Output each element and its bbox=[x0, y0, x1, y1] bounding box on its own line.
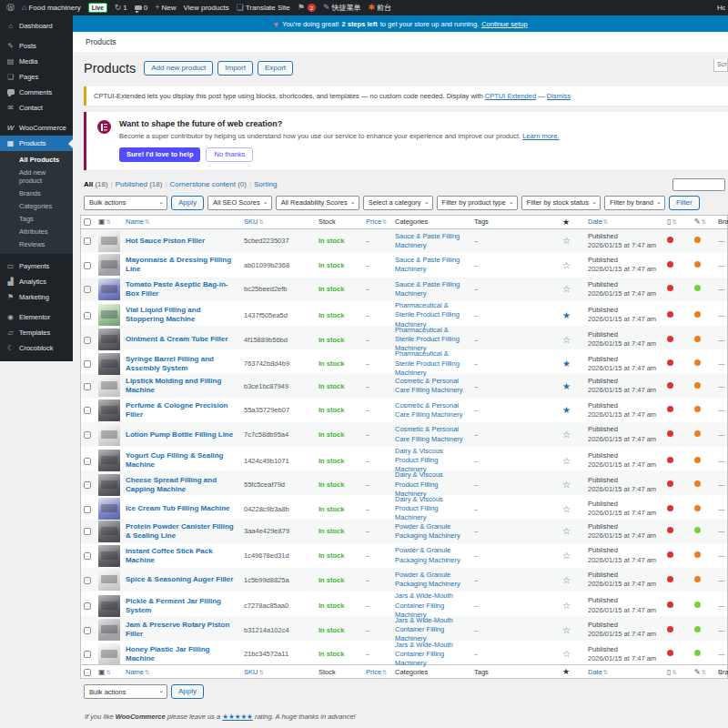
image-column-header[interactable]: ▣⇅ bbox=[98, 217, 126, 226]
five-stars-link[interactable]: ★★★★★ bbox=[222, 713, 253, 721]
apply-button[interactable]: Apply bbox=[171, 196, 204, 210]
frontend[interactable]: ✱前台 bbox=[364, 0, 395, 15]
row-checkbox[interactable] bbox=[84, 602, 91, 610]
sort-by-price[interactable]: Price⇅ bbox=[366, 217, 395, 226]
row-checkbox[interactable] bbox=[84, 431, 91, 439]
featured-star-toggle[interactable]: ☆ bbox=[562, 551, 588, 561]
select-all-checkbox[interactable] bbox=[84, 669, 91, 676]
product-name-link[interactable]: Ointment & Cream Tube Filler bbox=[126, 335, 244, 344]
product-thumbnail[interactable] bbox=[98, 230, 120, 252]
import-button[interactable]: Import bbox=[217, 61, 253, 76]
product-name-link[interactable]: Vial Liquid Filling and Stoppering Machi… bbox=[126, 306, 244, 324]
howdy-label[interactable]: Howdy, bbox=[717, 4, 725, 12]
view-products[interactable]: View products bbox=[180, 0, 233, 15]
featured-star-toggle[interactable]: ☆ bbox=[562, 625, 588, 635]
sidebar-item-woocommerce[interactable]: WWooCommerce bbox=[0, 120, 73, 136]
sidebar-item-crocoblock[interactable]: ☾Crocoblock bbox=[0, 340, 73, 356]
featured-star-toggle[interactable]: ★ bbox=[562, 359, 588, 369]
featured-star-toggle[interactable]: ★ bbox=[562, 381, 588, 391]
sidebar-item-payments[interactable]: ▭Payments bbox=[0, 258, 73, 274]
featured-star-toggle[interactable]: ★ bbox=[562, 405, 588, 415]
sidebar-item-dashboard[interactable]: ⌂Dashboard bbox=[0, 18, 73, 34]
category-link[interactable]: Cosmetic & Personal Care Filling Machine… bbox=[395, 377, 474, 395]
bulk-actions-select[interactable]: Bulk actions ⌄ bbox=[84, 196, 167, 210]
view-sorting[interactable]: Sorting bbox=[254, 180, 277, 188]
view-all[interactable]: All (18) bbox=[84, 180, 108, 188]
bottom-bulk-actions-select[interactable]: Bulk actions ⌄ bbox=[84, 684, 167, 699]
featured-star-toggle[interactable]: ☆ bbox=[562, 504, 588, 514]
product-thumbnail[interactable] bbox=[98, 375, 120, 397]
product-thumbnail[interactable] bbox=[98, 278, 120, 300]
seo-score-column-header[interactable]: ▯⇅ bbox=[667, 668, 694, 676]
banner-accept-button[interactable]: Sure! I'd love to help bbox=[119, 147, 200, 162]
row-checkbox[interactable] bbox=[84, 552, 91, 560]
add-new-product-button[interactable]: Add new product bbox=[144, 61, 213, 76]
sort-by-price[interactable]: Price⇅ bbox=[366, 668, 395, 676]
product-name-link[interactable]: Ice Cream Tub Filling Machine bbox=[126, 504, 244, 513]
featured-star-toggle[interactable]: ☆ bbox=[562, 284, 588, 294]
product-thumbnail[interactable] bbox=[98, 521, 120, 542]
featured-star-toggle[interactable]: ☆ bbox=[562, 526, 588, 536]
quick-menu[interactable]: ✎快捷菜单 bbox=[319, 0, 365, 15]
category-link[interactable]: Powder & Granule Packaging Machinery bbox=[395, 571, 474, 589]
readability-column-header[interactable]: ✎⇅ bbox=[694, 217, 718, 226]
view-cornerstone-content[interactable]: Cornerstone content (0) bbox=[169, 180, 247, 188]
row-checkbox[interactable] bbox=[84, 312, 91, 319]
filter-select-all-seo-scores[interactable]: All SEO Scores⌄ bbox=[207, 196, 272, 210]
featured-star-toggle[interactable]: ☆ bbox=[562, 601, 588, 611]
featured-star-toggle[interactable]: ☆ bbox=[562, 236, 588, 246]
image-column-header[interactable]: ▣⇅ bbox=[98, 668, 126, 676]
product-name-link[interactable]: Cheese Spread Filling and Capping Machin… bbox=[126, 476, 244, 494]
wordpress-logo[interactable]: Ⓦ bbox=[3, 0, 18, 15]
row-checkbox[interactable] bbox=[84, 337, 91, 344]
sidebar-item-pages[interactable]: ❏Pages bbox=[0, 69, 73, 85]
banner-decline-button[interactable]: No thanks bbox=[206, 147, 253, 162]
featured-star-toggle[interactable]: ☆ bbox=[562, 430, 588, 440]
sidebar-subitem-all-products[interactable]: All Products bbox=[0, 153, 73, 166]
filter-select-filter-by-stock-status[interactable]: Filter by stock status⌄ bbox=[521, 196, 601, 210]
product-thumbnail[interactable] bbox=[98, 619, 120, 641]
row-checkbox[interactable] bbox=[84, 528, 91, 535]
sidebar-item-analytics[interactable]: ▟Analytics bbox=[0, 274, 73, 289]
product-name-link[interactable]: Mayonnaise & Dressing Filling Line bbox=[126, 256, 244, 274]
row-checkbox[interactable] bbox=[84, 651, 91, 658]
product-thumbnail[interactable] bbox=[98, 450, 120, 471]
category-link[interactable]: Pharmaceutical & Sterile Product Filling… bbox=[395, 349, 474, 377]
product-name-link[interactable]: Perfume & Cologne Precision Filler bbox=[126, 401, 244, 420]
product-name-link[interactable]: Honey Plastic Jar Filling Machine bbox=[126, 645, 244, 663]
row-checkbox[interactable] bbox=[84, 360, 91, 368]
filter-select-select-a-category[interactable]: Select a category⌄ bbox=[363, 196, 433, 210]
sidebar-subitem-brands[interactable]: Brands bbox=[0, 187, 73, 199]
updates[interactable]: ↻1 bbox=[111, 0, 131, 15]
featured-star-toggle[interactable]: ☆ bbox=[562, 456, 588, 466]
sidebar-subitem-add-new-product[interactable]: Add new product bbox=[0, 166, 73, 187]
view-published[interactable]: Published (18) bbox=[116, 180, 163, 188]
sidebar-item-comments[interactable]: Comments bbox=[0, 85, 73, 100]
continue-setup-link[interactable]: Continue setup bbox=[481, 20, 527, 28]
seo-score-column-header[interactable]: ▯⇅ bbox=[667, 217, 694, 226]
sidebar-subitem-tags[interactable]: Tags bbox=[0, 212, 73, 225]
product-name-link[interactable]: Instant Coffee Stick Pack Machine bbox=[126, 547, 244, 565]
filter-select-filter-by-brand[interactable]: Filter by brand⌄ bbox=[604, 196, 665, 210]
row-checkbox[interactable] bbox=[84, 407, 91, 414]
sidebar-item-media[interactable]: ▤Media bbox=[0, 54, 73, 69]
sidebar-item-marketing[interactable]: ⚑Marketing bbox=[0, 289, 73, 305]
featured-star-toggle[interactable]: ★ bbox=[562, 310, 588, 320]
product-name-link[interactable]: Lotion Pump Bottle Filling Line bbox=[126, 430, 244, 440]
dismiss-link[interactable]: Dismiss bbox=[547, 92, 571, 100]
search-input[interactable] bbox=[672, 178, 725, 191]
category-link[interactable]: Sauce & Paste Filling Machinery bbox=[395, 256, 474, 274]
sort-by-date[interactable]: Date⇅ bbox=[588, 217, 667, 226]
readability-column-header[interactable]: ✎⇅ bbox=[694, 668, 718, 676]
filter-select-all-readability-scores[interactable]: All Readability Scores⌄ bbox=[276, 196, 359, 210]
category-link[interactable]: Powder & Granule Packaging Machinery bbox=[395, 546, 474, 564]
row-checkbox[interactable] bbox=[84, 238, 91, 245]
row-checkbox[interactable] bbox=[84, 383, 91, 390]
new-menu[interactable]: +New bbox=[151, 0, 179, 15]
sort-by-sku[interactable]: SKU⇅ bbox=[244, 217, 318, 226]
row-checkbox[interactable] bbox=[84, 286, 91, 293]
featured-star-toggle[interactable]: ☆ bbox=[562, 480, 588, 490]
featured-star-toggle[interactable]: ☆ bbox=[562, 575, 588, 585]
product-thumbnail[interactable] bbox=[98, 595, 120, 617]
category-link[interactable]: Dairy & Viscous Product Filling Machiner… bbox=[395, 495, 474, 522]
